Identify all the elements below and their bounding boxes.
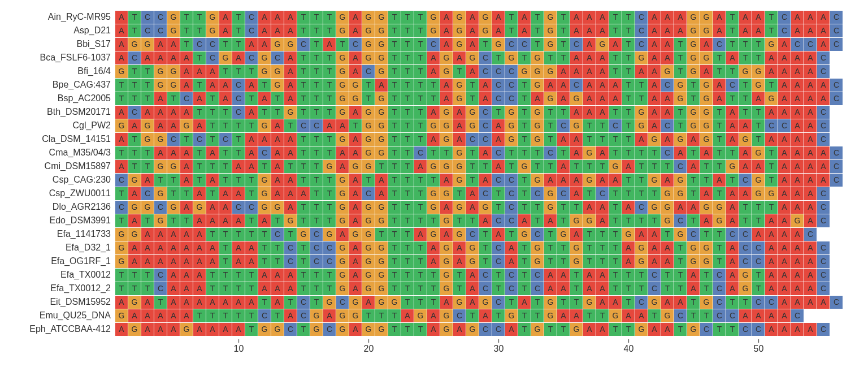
base-cell: A <box>596 201 609 214</box>
base-cell: A <box>271 119 284 132</box>
base-cell: G <box>531 133 544 146</box>
base-cell: G <box>375 241 388 254</box>
base-cell: T <box>310 51 323 64</box>
base-cell: A <box>791 174 804 187</box>
base-cell: A <box>804 323 817 336</box>
base-cell: G <box>128 228 141 241</box>
base-cell: A <box>115 323 128 336</box>
base-cell: T <box>232 119 245 132</box>
base-cell: A <box>804 241 817 254</box>
base-cell: C <box>154 201 167 214</box>
base-cell: G <box>362 228 375 241</box>
base-cell: A <box>648 228 661 241</box>
base-cell: T <box>141 160 154 173</box>
base-cell: T <box>700 282 713 295</box>
base-cell: T <box>297 160 310 173</box>
base-cell: T <box>219 119 232 132</box>
base-cell: G <box>154 160 167 173</box>
base-cell: A <box>804 255 817 268</box>
base-cell: T <box>739 38 752 51</box>
base-cell: G <box>375 38 388 51</box>
base-cell: A <box>596 174 609 187</box>
base-cell: T <box>258 160 271 173</box>
base-cell: T <box>453 187 466 200</box>
x-tick-label: 30 <box>494 344 504 353</box>
base-cell: G <box>362 106 375 119</box>
base-cell: T <box>544 255 557 268</box>
base-cell: G <box>362 160 375 173</box>
base-cell: A <box>700 146 713 159</box>
base-cell: T <box>414 133 427 146</box>
base-cell: G <box>336 201 349 214</box>
base-cell: A <box>726 214 739 227</box>
base-cell: C <box>141 187 154 200</box>
base-cell: G <box>336 323 349 336</box>
base-cell: G <box>362 51 375 64</box>
base-cell: T <box>518 187 531 200</box>
base-cell: A <box>180 106 193 119</box>
base-cell: T <box>427 282 440 295</box>
base-cell: G <box>622 228 635 241</box>
base-cell: A <box>505 241 518 254</box>
base-cell: G <box>180 119 193 132</box>
base-cell: A <box>440 24 453 37</box>
base-cell: A <box>778 133 791 146</box>
base-cell: G <box>700 241 713 254</box>
base-cell: T <box>466 174 479 187</box>
base-cell: C <box>726 309 739 322</box>
base-cell: T <box>219 228 232 241</box>
base-cell: A <box>765 214 778 227</box>
sequence-label: Eph_ATCCBAA-412 <box>11 324 115 334</box>
base-cell: T <box>375 228 388 241</box>
base-cell: A <box>752 11 765 24</box>
base-cell: G <box>505 119 518 132</box>
base-cell: C <box>557 119 570 132</box>
base-cell: T <box>297 201 310 214</box>
base-cell: A <box>479 174 492 187</box>
base-cell: A <box>570 106 583 119</box>
base-cell: T <box>557 323 570 336</box>
base-cell: A <box>804 79 817 92</box>
base-cell: C <box>752 296 765 309</box>
base-cell: T <box>713 241 726 254</box>
sequence-label: Efa_TX0012 <box>11 270 115 280</box>
base-cell: A <box>219 79 232 92</box>
base-cell: A <box>258 38 271 51</box>
base-cell: A <box>167 228 180 241</box>
base-cell: T <box>284 119 297 132</box>
base-cell: A <box>479 146 492 159</box>
base-cell: T <box>765 160 778 173</box>
base-cell: G <box>115 309 128 322</box>
base-cell: C <box>661 79 674 92</box>
base-cell: A <box>284 187 297 200</box>
base-cell: G <box>687 255 700 268</box>
base-cell: A <box>596 51 609 64</box>
base-cell: T <box>167 92 180 105</box>
base-cell: A <box>284 79 297 92</box>
base-cell: T <box>128 269 141 282</box>
base-cell: A <box>583 11 596 24</box>
base-cell: G <box>739 133 752 146</box>
base-cell: T <box>297 51 310 64</box>
base-cell: G <box>115 255 128 268</box>
sequence-label: Efa_TX0012_2 <box>11 283 115 293</box>
base-cell: A <box>167 38 180 51</box>
base-cell: A <box>778 269 791 282</box>
base-cell: A <box>128 309 141 322</box>
base-cell: C <box>505 79 518 92</box>
base-cell: T <box>622 323 635 336</box>
base-cell: C <box>245 201 258 214</box>
base-cell: T <box>518 282 531 295</box>
base-cell: A <box>700 65 713 78</box>
base-cell: A <box>570 187 583 200</box>
base-cell: T <box>609 241 622 254</box>
alignment-row: Eit_DSM15952AGATAAAAAAATATCTGCGAGGTTTAGA… <box>11 295 857 309</box>
base-cell: G <box>193 201 206 214</box>
base-cell: T <box>219 65 232 78</box>
base-cell: A <box>193 296 206 309</box>
base-cell: T <box>206 269 219 282</box>
base-cell: G <box>531 79 544 92</box>
base-cell: T <box>609 228 622 241</box>
base-cell: G <box>648 201 661 214</box>
base-cell: T <box>323 214 336 227</box>
